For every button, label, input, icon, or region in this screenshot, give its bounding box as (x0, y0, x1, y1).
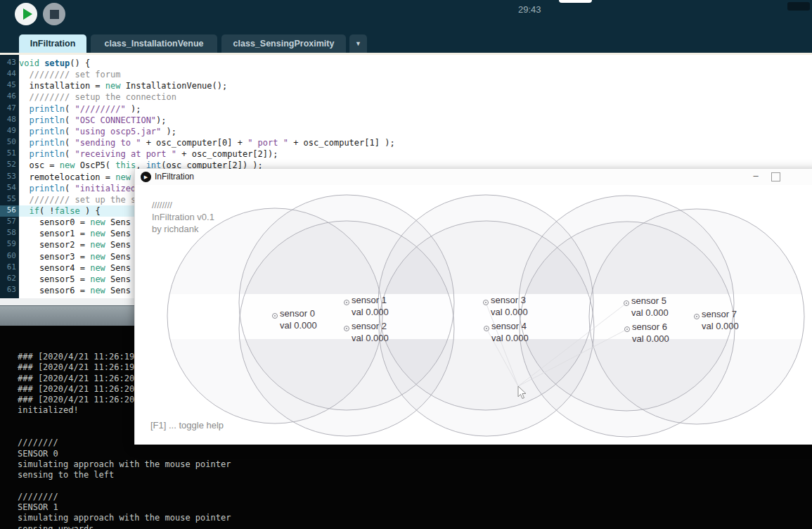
line-number: 44 (0, 69, 16, 80)
recording-timer: 29:43 (518, 4, 541, 15)
sensor-label-5: sensor 5val 0.000 (631, 295, 669, 319)
sensor-marker-7 (694, 314, 700, 319)
line-number-gutter: 4344454647484950515253545556575859606162… (0, 55, 19, 298)
line-number: 58 (0, 228, 16, 239)
code-line-43: void setup() { (19, 58, 812, 69)
line-number: 47 (0, 103, 16, 115)
line-number: 61 (0, 262, 16, 274)
sensor-marker-2 (344, 326, 349, 331)
sketch-titlebar[interactable]: ▶ InFiltration – (135, 169, 812, 186)
maximize-button[interactable] (771, 172, 780, 181)
sensor-label-7: sensor 7val 0.000 (702, 308, 739, 332)
sketch-author: by richdank (152, 223, 214, 235)
sensor-marker-5 (624, 300, 629, 306)
sensor-label-2: sensor 2val 0.000 (352, 320, 389, 344)
line-number: 55 (0, 194, 16, 205)
code-line-46: //////// setup the connection (19, 91, 812, 103)
sensor-label-0: sensor 0val 0.000 (280, 307, 317, 331)
line-number: 59 (0, 239, 16, 250)
sketch-version: InFiltration v0.1 (152, 211, 214, 223)
sketch-header: //////// InFiltration v0.1 by richdank (152, 199, 214, 235)
sensor-label-3: sensor 3val 0.000 (491, 294, 528, 318)
console-line: simulating approach with the mouse point… (18, 513, 812, 523)
console-line: //////// (18, 492, 812, 502)
run-button[interactable] (15, 3, 37, 25)
code-line-50: println( "sending to " + osc_computer[0]… (19, 137, 812, 148)
tab-InFiltration[interactable]: InFiltration (19, 34, 86, 53)
line-number: 56 (0, 205, 19, 217)
line-number: 54 (0, 183, 16, 194)
console-line: simulating approach with the mouse point… (18, 459, 812, 470)
code-line-44: //////// set forum (19, 69, 812, 80)
play-icon (23, 8, 32, 20)
code-line-47: println( "////////" ); (19, 103, 812, 115)
line-number: 43 (0, 58, 16, 69)
sketch-app-icon: ▶ (141, 172, 151, 182)
sketch-canvas[interactable]: //////// InFiltration v0.1 by richdank s… (135, 185, 812, 445)
code-line-45: installation = new InstallationVenue(); (19, 80, 812, 91)
line-number: 45 (0, 80, 16, 91)
sketch-title: InFiltration (155, 172, 194, 181)
sensor-marker-3 (483, 300, 489, 305)
overlay-pill (559, 0, 592, 3)
console-line (18, 481, 812, 492)
code-line-49: println( "using oscp5.jar" ); (19, 126, 812, 137)
console-line: SENSOR 0 (18, 449, 812, 459)
overlay-chip (787, 2, 810, 11)
stop-icon (50, 10, 59, 19)
minimize-button[interactable]: – (745, 169, 766, 184)
screen: 29:43 InFiltrationclass_InstallationVenu… (0, 0, 812, 529)
stop-button[interactable] (43, 3, 65, 25)
sensor-label-4: sensor 4val 0.000 (491, 320, 529, 344)
line-number: 48 (0, 115, 16, 126)
sketch-window: ▶ InFiltration – //////// InFiltration v… (134, 169, 812, 445)
tab-dropdown[interactable]: ▼ (349, 34, 367, 53)
help-hint: [F1] ... toggle help (150, 420, 224, 431)
tab-bar: InFiltrationclass_InstallationVenueclass… (0, 32, 812, 53)
console-line: sensing upwards (18, 524, 812, 529)
tab-class_InstallationVenue[interactable]: class_InstallationVenue (91, 34, 217, 53)
header-slashes: //////// (152, 199, 214, 211)
line-number: 60 (0, 251, 16, 262)
line-number: 57 (0, 217, 16, 228)
code-line-48: println( "OSC CONNECTION"); (19, 115, 812, 126)
sensor-marker-6 (624, 326, 630, 332)
line-number: 63 (0, 285, 16, 296)
code-line-51: println( "receiving at port " + osc_comp… (19, 148, 812, 160)
line-number: 46 (0, 91, 16, 103)
sensor-label-1: sensor 1val 0.000 (352, 294, 389, 318)
line-number: 52 (0, 160, 16, 171)
line-number: 50 (0, 137, 16, 148)
line-number: 62 (0, 274, 16, 285)
sensor-marker-1 (344, 300, 349, 305)
line-number: 49 (0, 126, 16, 137)
sensor-marker-4 (484, 326, 489, 331)
console-line: sensing to the left (18, 470, 812, 480)
console-line: SENSOR 1 (18, 502, 812, 513)
ide-toolbar: 29:43 (0, 0, 812, 32)
tab-class_SensingProximity[interactable]: class_SensingProximity (221, 34, 346, 53)
sensor-marker-0 (272, 313, 278, 319)
sensor-label-6: sensor 6val 0.000 (632, 321, 669, 345)
line-number: 51 (0, 148, 16, 160)
line-number: 53 (0, 172, 16, 183)
